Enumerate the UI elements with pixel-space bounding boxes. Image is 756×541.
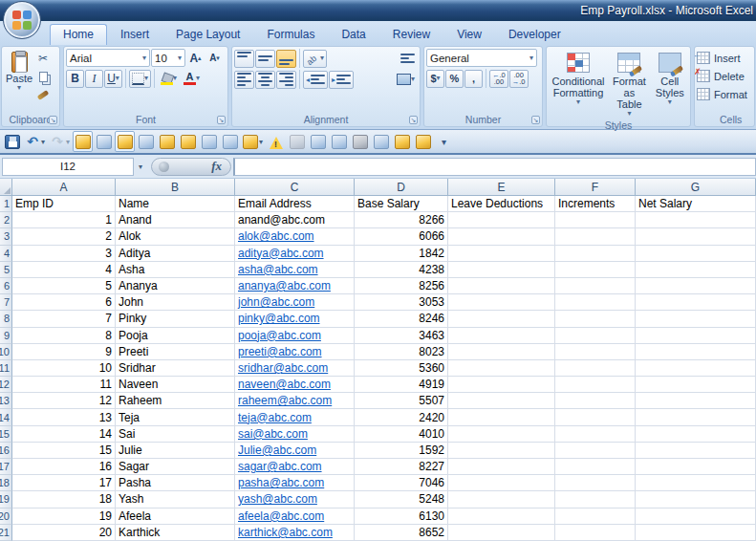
cell-B19[interactable]: Yash [116,491,235,508]
cell-F6[interactable] [555,278,636,294]
row-header-2[interactable]: 2 [0,212,12,228]
paste-button[interactable]: Paste ▾ [4,49,34,113]
alignment-dialog-launcher[interactable]: ↘ [409,116,418,124]
cell-E7[interactable] [448,294,555,311]
cell-G5[interactable] [636,262,756,278]
cell-B18[interactable]: Pasha [116,475,235,491]
cell-C8[interactable]: pinky@abc.com [235,311,355,327]
cell-C7[interactable]: john@abc.com [235,294,355,311]
orientation-button[interactable]: ▾ [303,50,327,68]
row-header-19[interactable]: 19 [0,491,12,508]
cell-A17[interactable]: 16 [12,459,116,475]
cut-icon[interactable]: ✂ [34,51,52,66]
cell-D2[interactable]: 8266 [355,212,448,228]
cell-D13[interactable]: 5507 [355,393,448,409]
cell-D17[interactable]: 8227 [355,459,448,475]
cell-B20[interactable]: Afeela [116,509,235,525]
cell-A7[interactable]: 6 [12,294,116,311]
cell-C3[interactable]: alok@abc.com [235,228,355,245]
align-middle-button[interactable] [255,50,275,68]
cell-B8[interactable]: Pinky [116,311,235,327]
row-header-10[interactable]: 10 [0,344,12,360]
cell-C21[interactable]: karthick@abc.com [235,525,355,541]
cell-C13[interactable]: raheem@abc.com [235,393,355,409]
web-gear-button[interactable] [157,131,177,152]
cell-G11[interactable] [636,360,756,377]
row-header-6[interactable]: 6 [0,278,12,294]
cell-D8[interactable]: 8246 [355,311,448,327]
cell-A2[interactable]: 1 [12,212,116,228]
cell-A12[interactable]: 11 [12,377,116,393]
cell-E1[interactable]: Leave Deductions [448,196,555,212]
cell-G20[interactable] [636,509,756,525]
cell-F11[interactable] [555,360,636,377]
cell-G6[interactable] [636,278,756,294]
notebook-button[interactable] [350,131,370,152]
cell-D11[interactable]: 5360 [355,360,448,377]
undo-button[interactable]: ↶▾ [23,131,47,152]
row-header-12[interactable]: 12 [0,377,12,393]
decrease-decimal-button[interactable]: .00→.0 [509,70,529,88]
cell-A10[interactable]: 9 [12,344,116,360]
cell-E14[interactable] [448,409,555,425]
name-box[interactable]: I12 [2,158,134,176]
select-all-corner[interactable] [0,179,12,196]
cell-C11[interactable]: sridhar@abc.com [235,360,355,377]
cell-C14[interactable]: teja@abc.com [235,409,355,425]
cell-A13[interactable]: 12 [12,393,116,409]
cell-B21[interactable]: Karthick [116,525,235,541]
row-header-8[interactable]: 8 [0,311,12,327]
cell-G14[interactable] [636,409,756,425]
number-format-combo[interactable]: General▾ [426,49,537,67]
insert-cells-button[interactable]: Insert [697,49,755,67]
accounting-format-button[interactable]: $▾ [426,70,444,88]
wrap-text-button[interactable] [398,50,418,68]
tab-data[interactable]: Data [328,24,378,45]
cell-F2[interactable] [555,212,636,228]
cell-F17[interactable] [555,459,636,475]
cell-G13[interactable] [636,393,756,409]
cell-B12[interactable]: Naveen [116,377,235,393]
cell-C12[interactable]: naveen@abc.com [235,377,355,393]
align-bottom-button[interactable] [276,50,296,68]
clipboard-dialog-launcher[interactable]: ↘ [49,116,57,124]
cell-G15[interactable] [636,426,756,443]
cell-C16[interactable]: Julie@abc.com [235,443,355,459]
cell-D5[interactable]: 4238 [355,262,448,278]
cell-B10[interactable]: Preeti [116,344,235,360]
bold-button[interactable]: B [66,70,84,88]
cell-E9[interactable] [448,328,555,344]
cell-G3[interactable] [636,228,756,245]
underline-button[interactable]: U▾ [104,70,122,88]
row-header-9[interactable]: 9 [0,328,12,344]
search-window-button[interactable] [371,131,391,152]
cell-E8[interactable] [448,311,555,327]
cell-G19[interactable] [636,491,756,508]
cell-A11[interactable]: 10 [12,360,116,377]
cell-C6[interactable]: ananya@abc.com [235,278,355,294]
cell-C5[interactable]: asha@abc.com [235,262,355,278]
cell-B13[interactable]: Raheem [116,393,235,409]
cell-G17[interactable] [636,459,756,475]
font-color-button[interactable]: A▾ [181,70,203,88]
cell-C2[interactable]: anand@abc.com [235,212,355,228]
row-header-17[interactable]: 17 [0,459,12,475]
cell-G1[interactable]: Net Salary [636,196,756,212]
cell-F10[interactable] [555,344,636,360]
sheet-add-button[interactable] [178,131,198,152]
cell-A15[interactable]: 14 [12,426,116,443]
cell-A8[interactable]: 7 [12,311,116,327]
cell-F21[interactable] [555,525,636,541]
name-box-dropdown[interactable]: ▾ [134,158,147,176]
fax-button[interactable] [287,131,307,152]
tab-review[interactable]: Review [379,24,443,45]
cell-B11[interactable]: Sridhar [116,360,235,377]
cell-A4[interactable]: 3 [12,246,116,262]
form-edit-button[interactable] [73,131,93,152]
tab-formulas[interactable]: Formulas [253,24,328,45]
cell-E10[interactable] [448,344,555,360]
cell-G2[interactable] [636,212,756,228]
cell-B17[interactable]: Sagar [116,459,235,475]
table-edit-button[interactable] [392,131,412,152]
row-header-5[interactable]: 5 [0,262,12,278]
